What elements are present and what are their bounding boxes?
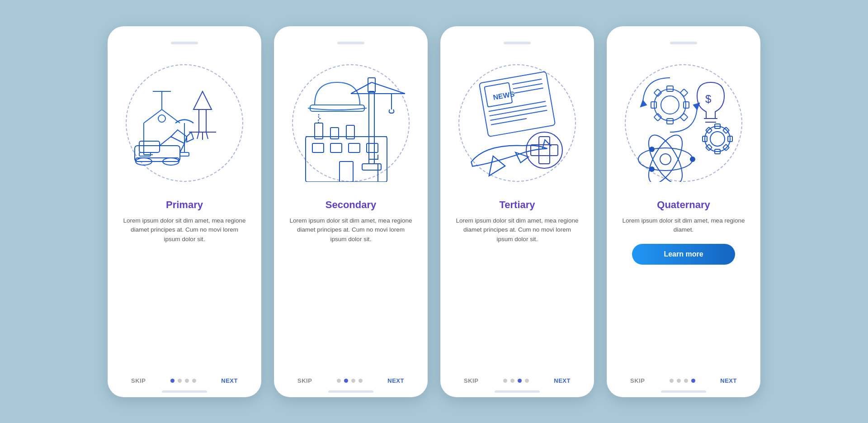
dot-3 (518, 379, 522, 383)
skip-button-primary[interactable]: SKIP (131, 377, 146, 384)
dot-2 (677, 379, 681, 383)
svg-line-44 (514, 88, 543, 93)
speaker-4 (670, 42, 697, 44)
nav-bar-secondary: SKIP NEXT (287, 372, 415, 388)
screen-title-quaternary: Quaternary (619, 199, 748, 211)
screen-title-secondary: Secondary (287, 199, 415, 211)
svg-rect-10 (199, 109, 206, 132)
dot-3 (684, 379, 688, 383)
svg-text:$: $ (705, 93, 711, 105)
skip-button-quaternary[interactable]: SKIP (630, 377, 645, 384)
svg-point-75 (705, 126, 730, 152)
dot-4 (525, 379, 529, 383)
icon-group-quaternary: $ (625, 64, 742, 182)
svg-point-76 (710, 132, 725, 146)
screen-body-secondary: Lorem ipsum dolor sit dim amet, mea regi… (287, 216, 415, 245)
next-button-quaternary[interactable]: NEXT (720, 377, 737, 384)
quaternary-svg: $ (625, 64, 742, 182)
screen-body-primary: Lorem ipsum dolor sit dim amet, mea regi… (120, 216, 249, 245)
svg-point-5 (158, 115, 165, 122)
speaker-3 (504, 42, 531, 44)
svg-rect-39 (340, 162, 353, 182)
dot-4 (691, 379, 695, 383)
svg-rect-37 (349, 143, 360, 152)
svg-rect-27 (368, 78, 375, 92)
svg-rect-9 (180, 152, 189, 156)
screens-container: Primary Lorem ipsum dolor sit dim amet, … (108, 26, 760, 397)
svg-line-43 (513, 83, 542, 88)
dot-1 (670, 379, 674, 383)
svg-point-54 (661, 96, 679, 114)
icon-group-primary (126, 64, 243, 182)
screen-quaternary: $ (607, 26, 760, 397)
svg-rect-35 (312, 143, 324, 152)
svg-rect-36 (330, 143, 342, 152)
screen-tertiary: NEWS (440, 26, 594, 397)
home-indicator-2 (328, 390, 373, 393)
speaker-2 (337, 42, 364, 44)
dots-quaternary (670, 379, 695, 383)
icon-group-secondary (292, 64, 410, 182)
illustration-tertiary: NEWS (453, 51, 581, 195)
speaker (171, 42, 198, 44)
svg-marker-63 (641, 100, 646, 107)
svg-rect-19 (136, 158, 179, 162)
dots-primary (170, 379, 196, 383)
svg-rect-33 (330, 128, 339, 139)
dot-1 (337, 379, 341, 383)
dot-3 (185, 379, 189, 383)
svg-rect-38 (367, 143, 378, 152)
nav-bar-primary: SKIP NEXT (120, 372, 249, 388)
screen-title-primary: Primary (120, 199, 249, 211)
next-button-tertiary[interactable]: NEXT (554, 377, 571, 384)
illustration-primary (120, 51, 249, 195)
icon-group-tertiary: NEWS (458, 64, 576, 182)
skip-button-secondary[interactable]: SKIP (297, 377, 312, 384)
svg-line-12 (197, 132, 199, 139)
svg-rect-60 (680, 89, 688, 96)
screen-secondary: Secondary Lorem ipsum dolor sit dim amet… (274, 26, 428, 397)
tertiary-svg: NEWS (458, 64, 576, 182)
dot-2 (510, 379, 514, 383)
screen-primary: Primary Lorem ipsum dolor sit dim amet, … (108, 26, 261, 397)
home-indicator-3 (495, 390, 540, 393)
learn-more-button[interactable]: Learn more (632, 244, 735, 265)
screen-title-tertiary: Tertiary (453, 199, 581, 211)
dot-2 (344, 379, 348, 383)
illustration-secondary (287, 51, 415, 195)
dot-2 (178, 379, 182, 383)
svg-point-68 (660, 154, 671, 165)
primary-svg (126, 64, 243, 182)
next-button-secondary[interactable]: NEXT (387, 377, 404, 384)
svg-rect-16 (139, 141, 160, 152)
svg-line-45 (489, 101, 546, 111)
dots-tertiary (503, 379, 529, 383)
svg-rect-62 (680, 113, 688, 121)
svg-line-47 (490, 110, 547, 120)
secondary-svg (292, 64, 410, 182)
next-button-primary[interactable]: NEXT (221, 377, 238, 384)
home-indicator (162, 390, 207, 393)
skip-button-tertiary[interactable]: SKIP (464, 377, 478, 384)
dot-3 (351, 379, 355, 383)
status-bar (120, 37, 249, 47)
dot-4 (359, 379, 363, 383)
status-bar-2 (287, 37, 415, 47)
svg-point-73 (650, 147, 654, 152)
status-bar-4 (619, 37, 748, 47)
screen-body-tertiary: Lorem ipsum dolor sit dim amet, mea regi… (453, 216, 581, 245)
svg-line-14 (206, 132, 208, 139)
svg-line-46 (490, 105, 547, 115)
svg-rect-40 (479, 71, 556, 136)
nav-bar-tertiary: SKIP NEXT (453, 372, 581, 388)
screen-body-quaternary: Lorem ipsum dolor sit dim amet, mea regi… (619, 216, 748, 235)
svg-rect-15 (135, 146, 180, 162)
status-bar-3 (453, 37, 581, 47)
nav-bar-quaternary: SKIP NEXT (619, 372, 748, 388)
svg-point-69 (638, 148, 693, 171)
svg-line-26 (372, 82, 405, 94)
dot-4 (192, 379, 196, 383)
illustration-quaternary: $ (619, 51, 748, 195)
dot-1 (503, 379, 507, 383)
dot-1 (170, 379, 175, 383)
